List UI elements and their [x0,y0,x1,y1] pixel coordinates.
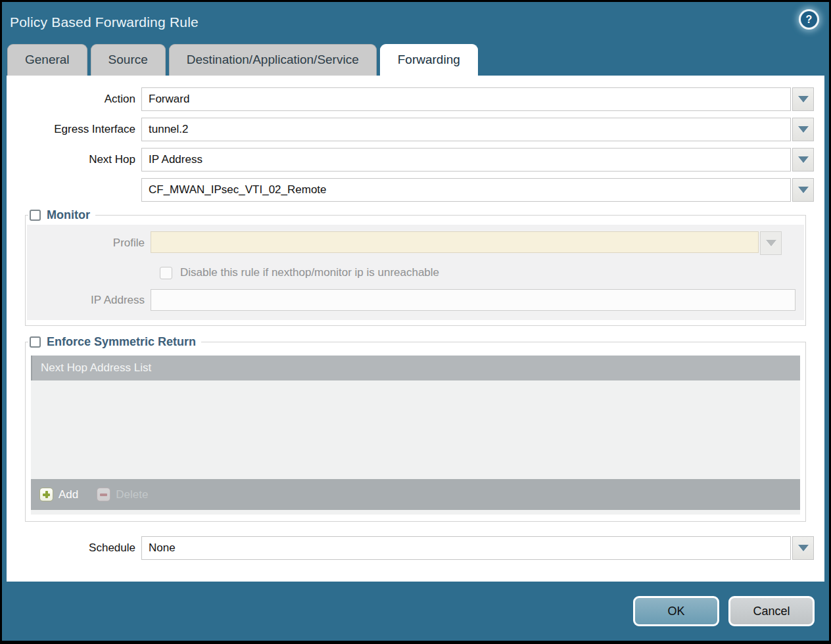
plus-icon [39,488,53,501]
dialog-footer: OK Cancel [2,582,829,641]
chevron-down-icon [798,187,809,193]
delete-button-label: Delete [116,488,148,501]
profile-input [151,231,759,253]
next-hop-address-list-toolbar: Add Delete [31,479,800,510]
enforce-symmetric-return-checkbox[interactable] [30,336,41,348]
monitor-checkbox[interactable] [30,210,41,221]
profile-dropdown-button [760,231,782,255]
action-label: Action [7,93,141,106]
chevron-down-icon [798,156,809,163]
chevron-down-icon [798,96,809,103]
next-hop-type-dropdown-button[interactable] [792,148,814,172]
chevron-down-icon [766,240,776,246]
monitor-legend: Monitor [28,208,95,222]
enforce-symmetric-return-legend: Enforce Symmetric Return [28,335,201,349]
profile-row: Profile [27,231,804,255]
chevron-down-icon [798,126,809,133]
schedule-label: Schedule [7,541,141,555]
disable-rule-row: Disable this rule if nexthop/monitor ip … [160,266,804,279]
enforce-symmetric-return-fieldset: Enforce Symmetric Return Next Hop Addres… [25,335,806,522]
table-bottom-strip [31,510,800,515]
chevron-down-icon [798,545,809,551]
dialog-titlebar: Policy Based Forwarding Rule ? [2,2,829,43]
action-input[interactable] [141,87,791,111]
delete-button: Delete [97,488,148,501]
minus-icon [97,488,110,501]
monitor-legend-label: Monitor [47,208,90,222]
next-hop-type-input[interactable] [141,148,791,172]
next-hop-value-row [7,178,814,202]
schedule-row: Schedule [7,536,814,560]
next-hop-address-input[interactable] [141,178,791,202]
monitor-panel: Profile Disable this rule if nexthop/mon… [27,225,804,320]
next-hop-address-list-header-label: Next Hop Address List [41,361,151,375]
next-hop-address-list-body[interactable] [31,380,800,479]
tab-bar: General Source Destination/Application/S… [2,43,829,76]
disable-rule-label: Disable this rule if nexthop/monitor ip … [180,266,439,279]
tab-source[interactable]: Source [91,44,166,76]
egress-interface-label: Egress Interface [7,123,141,136]
monitor-ip-address-input [151,289,795,311]
tab-destination-application-service[interactable]: Destination/Application/Service [169,44,377,76]
next-hop-address-list-table: Next Hop Address List Add Delete [31,356,800,515]
action-dropdown-button[interactable] [792,87,814,111]
dialog-title: Policy Based Forwarding Rule [10,14,199,30]
tab-content-forwarding: Action Egress Interface Next Hop [7,76,824,582]
next-hop-address-dropdown-button[interactable] [792,178,814,202]
tab-general[interactable]: General [7,44,87,76]
egress-interface-row: Egress Interface [7,118,814,141]
add-button-label: Add [59,488,78,501]
egress-interface-dropdown-button[interactable] [792,118,814,141]
profile-label: Profile [27,237,151,250]
schedule-input[interactable] [141,536,791,560]
add-button[interactable]: Add [39,488,78,501]
egress-interface-input[interactable] [141,118,791,141]
next-hop-address-list-header: Next Hop Address List [31,356,800,380]
schedule-dropdown-button[interactable] [792,536,814,560]
monitor-ip-address-label: IP Address [27,294,151,307]
next-hop-row: Next Hop [7,148,814,172]
disable-rule-checkbox [160,267,172,279]
action-row: Action [7,87,814,111]
next-hop-label: Next Hop [7,153,141,166]
monitor-ip-address-row: IP Address [27,289,804,311]
enforce-symmetric-return-legend-label: Enforce Symmetric Return [47,335,196,349]
cancel-button[interactable]: Cancel [728,596,815,626]
ok-button[interactable]: OK [633,596,719,626]
monitor-fieldset: Monitor Profile Disable this rule if nex… [25,208,806,326]
help-icon[interactable]: ? [801,11,817,28]
policy-based-forwarding-dialog: Policy Based Forwarding Rule ? General S… [2,2,829,641]
tab-forwarding[interactable]: Forwarding [380,44,478,76]
